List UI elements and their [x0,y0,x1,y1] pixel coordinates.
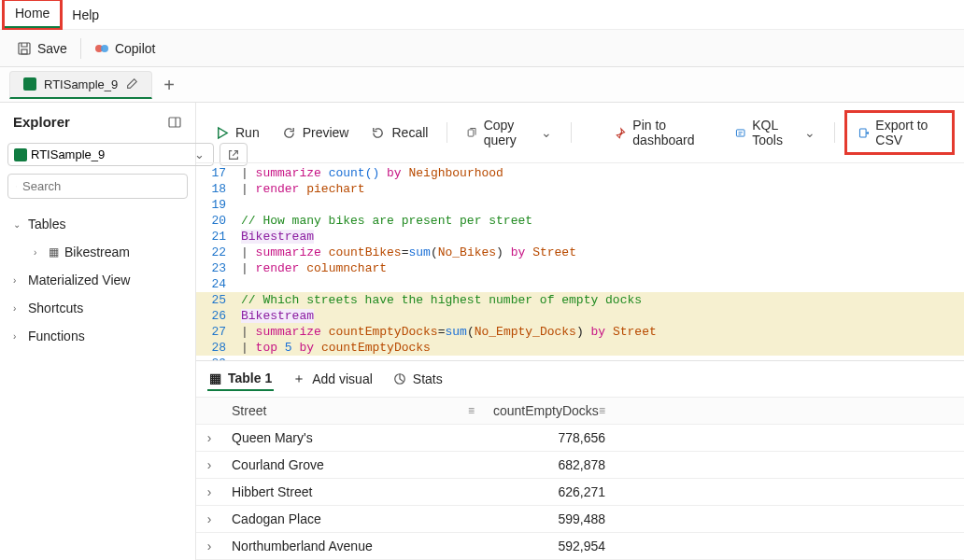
column-menu-icon[interactable]: ≡ [468,404,475,417]
tree-shortcuts[interactable]: › Shortcuts [7,294,188,322]
plus-icon: ＋ [292,371,305,387]
svg-rect-8 [859,129,866,137]
line-number: 26 [196,308,237,324]
document-tab[interactable]: RTISample_9 [9,71,152,99]
code-line: // Which streets have the highest number… [237,292,642,308]
tree-tables[interactable]: ⌄ Tables [7,210,188,238]
document-tabs: RTISample_9 + [0,67,964,103]
cell-count: 778,656 [484,425,615,451]
preview-button[interactable]: Preview [273,120,359,145]
code-line: | render columnchart [237,260,387,276]
database-name-input[interactable] [31,147,188,161]
code-editor[interactable]: 17| summarize count() by Neighbourhood 1… [196,163,964,360]
run-button[interactable]: Run [206,120,269,145]
svg-rect-4 [169,118,180,127]
line-number: 23 [196,260,237,276]
grid-row[interactable]: ›Queen Mary's778,656 [196,425,964,452]
cell-count: 592,954 [484,533,615,559]
svg-rect-0 [19,43,30,54]
expand-row-icon[interactable]: › [196,506,222,532]
tree-label: Functions [28,329,85,343]
svg-rect-7 [736,129,744,135]
grid-row[interactable]: ›Courland Grove682,878 [196,452,964,479]
export-csv-highlight: Export to CSV [844,110,955,155]
expand-row-icon[interactable]: › [196,533,222,559]
code-line [237,197,248,213]
line-number: 17 [196,165,237,181]
chevron-right-icon: › [13,331,22,342]
edit-icon[interactable] [125,77,138,91]
search-input[interactable] [22,179,179,193]
column-header-street[interactable]: Street≡ [222,398,484,424]
main: Explorer ⌄ ⌄ Tables › [0,103,964,560]
line-number: 28 [196,340,237,356]
expand-row-icon[interactable]: › [196,425,222,451]
kql-tools-button[interactable]: KQL Tools ⌄ [726,113,825,152]
preview-label: Preview [303,125,349,140]
chevron-right-icon: › [13,275,22,286]
results-grid: Street≡ countEmptyDocks≡ ›Queen Mary's77… [196,398,964,560]
collapse-panel-icon[interactable] [167,115,182,130]
copy-query-label: Copy query [484,118,535,147]
play-icon [215,126,229,140]
cell-count: 599,488 [484,506,615,532]
results-tab-add-visual[interactable]: ＋ Add visual [291,367,375,391]
results-tab-stats[interactable]: Stats [391,368,445,390]
separator [834,122,835,143]
export-csv-button[interactable]: Export to CSV [853,115,946,150]
database-icon [14,148,27,161]
menu-help[interactable]: Help [61,2,110,28]
database-selector[interactable]: ⌄ [7,143,214,166]
copilot-button[interactable]: Copilot [85,37,165,60]
copy-query-button[interactable]: Copy query ⌄ [457,113,561,152]
code-line: Bikestream [237,308,314,324]
column-header-count[interactable]: countEmptyDocks≡ [484,398,615,424]
tree-functions[interactable]: › Functions [7,322,188,350]
export-label: Export to CSV [875,118,941,147]
menu-home[interactable]: Home [4,0,61,29]
results-tab-label: Add visual [312,371,373,386]
cell-street: Queen Mary's [222,425,484,451]
column-label: Street [232,403,266,418]
line-number: 18 [196,181,237,197]
editor-panel: Run Preview Recall Copy query ⌄ Pin to d… [196,103,964,560]
svg-rect-1 [21,49,27,54]
new-tab-button[interactable]: + [163,76,175,94]
expand-row-icon[interactable]: › [196,479,222,505]
save-label: Save [37,41,67,56]
chevron-right-icon: › [34,247,43,258]
pin-dashboard-button[interactable]: Pin to dashboard [605,113,722,152]
cell-street: Hibbert Street [222,479,484,505]
recall-button[interactable]: Recall [362,120,437,145]
code-line: Bikestream [237,229,314,245]
results-tab-table[interactable]: ▦ Table 1 [207,367,274,391]
sidebar-title: Explorer [13,114,70,130]
grid-row[interactable]: ›Northumberland Avenue592,954 [196,533,964,560]
copilot-label: Copilot [115,41,156,56]
pin-label: Pin to dashboard [632,118,713,147]
search-box[interactable] [7,174,188,199]
line-number: 21 [196,229,237,245]
code-line: | summarize countEmptyDocks=sum(No_Empty… [237,324,657,340]
kql-tools-label: KQL Tools [752,118,797,147]
run-label: Run [235,125,260,140]
results-tab-label: Stats [413,371,443,386]
expand-column [196,405,222,416]
line-number: 19 [196,197,237,213]
line-number: 22 [196,245,237,260]
tree-table-bikestream[interactable]: › ▦ Bikestream [28,238,188,266]
code-line: | summarize count() by Neighbourhood [237,165,503,181]
tree-label: Tables [28,217,65,231]
tree-materialized-view[interactable]: › Materialized View [7,266,188,294]
sidebar: Explorer ⌄ ⌄ Tables › [0,103,196,560]
save-button[interactable]: Save [7,37,77,60]
chevron-down-icon: ⌄ [804,125,815,140]
tree-label: Shortcuts [28,301,83,315]
refresh-icon [282,126,296,140]
grid-row[interactable]: ›Cadogan Place599,488 [196,506,964,533]
copy-icon [466,126,476,140]
database-icon [23,77,36,91]
grid-row[interactable]: ›Hibbert Street626,271 [196,479,964,506]
expand-row-icon[interactable]: › [196,452,222,478]
column-menu-icon[interactable]: ≡ [599,404,605,417]
